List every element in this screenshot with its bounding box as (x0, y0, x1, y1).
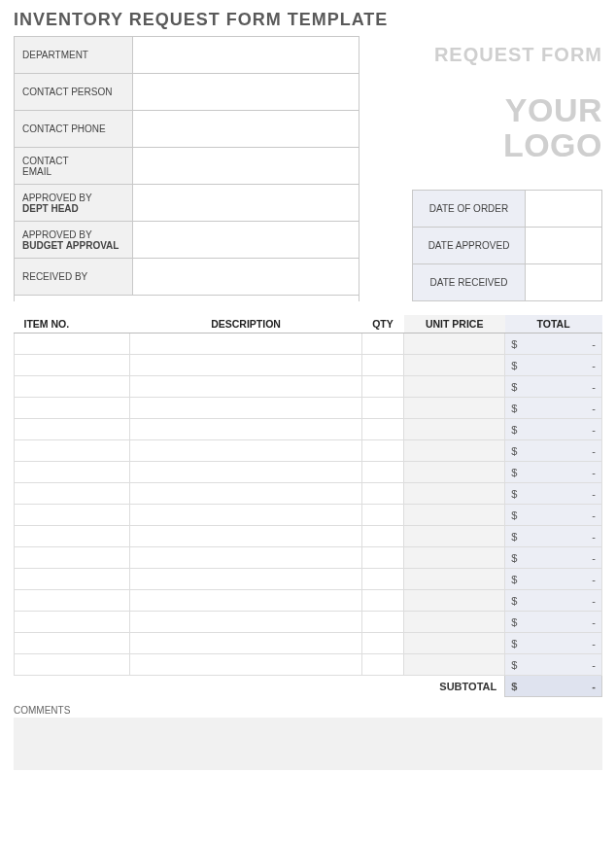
cell-item[interactable] (15, 483, 130, 505)
cell-qty[interactable] (361, 462, 403, 483)
date-value[interactable] (526, 264, 601, 300)
date-value[interactable] (526, 191, 601, 227)
cell-unit[interactable] (404, 398, 505, 419)
cell-item[interactable] (15, 355, 130, 376)
cell-desc[interactable] (130, 590, 362, 612)
comments-input[interactable] (14, 718, 602, 770)
cell-item[interactable] (15, 398, 130, 419)
info-value[interactable] (133, 111, 359, 147)
cell-desc[interactable] (130, 612, 362, 633)
cell-item[interactable] (15, 590, 130, 612)
currency-symbol: $ (511, 681, 517, 692)
cell-qty[interactable] (361, 398, 403, 419)
cell-desc[interactable] (130, 333, 362, 355)
cell-unit[interactable] (404, 633, 505, 654)
cell-unit[interactable] (404, 612, 505, 633)
top-section: DEPARTMENTCONTACT PERSONCONTACT PHONECON… (14, 36, 602, 301)
info-label-line2: DEPT HEAD (22, 203, 124, 214)
cell-qty[interactable] (361, 633, 403, 654)
info-value[interactable] (133, 37, 359, 73)
cell-qty[interactable] (361, 376, 403, 398)
cell-desc[interactable] (130, 569, 362, 590)
total-value: - (592, 445, 596, 457)
cell-unit[interactable] (404, 462, 505, 483)
table-row: $- (15, 462, 602, 483)
info-label-line1: CONTACT (22, 156, 124, 166)
cell-unit[interactable] (404, 440, 505, 462)
info-value[interactable] (133, 74, 359, 110)
total-value: - (592, 595, 596, 607)
cell-item[interactable] (15, 505, 130, 526)
table-row: $- (15, 440, 602, 462)
cell-item[interactable] (15, 654, 130, 676)
cell-item[interactable] (15, 569, 130, 590)
cell-item[interactable] (15, 440, 130, 462)
logo-line2: LOGO (503, 128, 602, 163)
cell-qty[interactable] (361, 440, 403, 462)
cell-qty[interactable] (361, 483, 403, 505)
table-row: $- (15, 547, 602, 569)
cell-desc[interactable] (130, 462, 362, 483)
cell-desc[interactable] (130, 419, 362, 440)
cell-item[interactable] (15, 612, 130, 633)
cell-desc[interactable] (130, 440, 362, 462)
cell-unit[interactable] (404, 569, 505, 590)
info-value[interactable] (133, 259, 359, 295)
date-value[interactable] (526, 228, 601, 263)
cell-qty[interactable] (361, 333, 403, 355)
info-value[interactable] (133, 148, 359, 184)
cell-unit[interactable] (404, 590, 505, 612)
cell-unit[interactable] (404, 333, 505, 355)
cell-desc[interactable] (130, 398, 362, 419)
cell-qty[interactable] (361, 547, 403, 569)
cell-qty[interactable] (361, 612, 403, 633)
info-value[interactable] (133, 185, 359, 221)
cell-unit[interactable] (404, 505, 505, 526)
info-label: APPROVED BYBUDGET APPROVAL (15, 222, 133, 258)
cell-qty[interactable] (361, 505, 403, 526)
cell-total: $- (505, 612, 602, 633)
info-value[interactable] (133, 222, 359, 258)
cell-desc[interactable] (130, 505, 362, 526)
cell-unit[interactable] (404, 355, 505, 376)
total-value: - (592, 467, 596, 478)
cell-item[interactable] (15, 633, 130, 654)
date-label: DATE APPROVED (413, 228, 526, 263)
cell-desc[interactable] (130, 376, 362, 398)
cell-qty[interactable] (361, 654, 403, 676)
cell-unit[interactable] (404, 547, 505, 569)
info-label: DEPARTMENT (15, 37, 133, 73)
cell-total: $- (505, 376, 602, 398)
cell-item[interactable] (15, 547, 130, 569)
cell-item[interactable] (15, 419, 130, 440)
info-label-line1: APPROVED BY (22, 229, 124, 240)
table-row: $- (15, 526, 602, 547)
info-row: DEPARTMENT (15, 37, 359, 74)
cell-desc[interactable] (130, 526, 362, 547)
cell-qty[interactable] (361, 569, 403, 590)
cell-item[interactable] (15, 376, 130, 398)
cell-qty[interactable] (361, 419, 403, 440)
cell-desc[interactable] (130, 547, 362, 569)
cell-total: $- (505, 483, 602, 505)
cell-qty[interactable] (361, 590, 403, 612)
cell-desc[interactable] (130, 633, 362, 654)
cell-desc[interactable] (130, 355, 362, 376)
logo-placeholder: YOUR LOGO (503, 93, 602, 162)
info-label-line1: APPROVED BY (22, 193, 124, 203)
cell-qty[interactable] (361, 526, 403, 547)
info-row: CONTACTEMAIL (15, 148, 359, 185)
cell-item[interactable] (15, 462, 130, 483)
cell-unit[interactable] (404, 526, 505, 547)
cell-unit[interactable] (404, 419, 505, 440)
cell-unit[interactable] (404, 654, 505, 676)
cell-unit[interactable] (404, 483, 505, 505)
cell-qty[interactable] (361, 355, 403, 376)
cell-unit[interactable] (404, 376, 505, 398)
cell-item[interactable] (15, 526, 130, 547)
currency-symbol: $ (511, 403, 517, 414)
cell-desc[interactable] (130, 483, 362, 505)
info-label-line1: DEPARTMENT (22, 50, 124, 60)
cell-desc[interactable] (130, 654, 362, 676)
cell-item[interactable] (15, 333, 130, 355)
